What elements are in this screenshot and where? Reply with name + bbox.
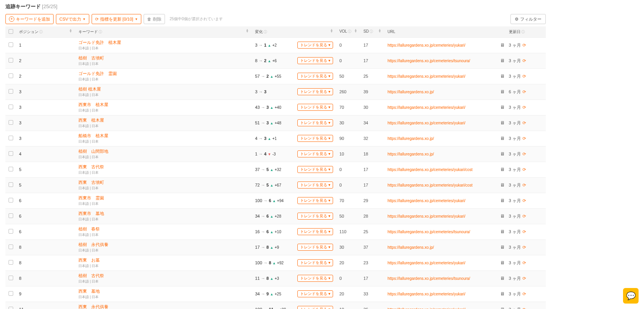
trend-button[interactable]: トレンドを見る ▾ bbox=[297, 197, 333, 204]
trend-button[interactable]: トレンドを見る ▾ bbox=[297, 275, 333, 282]
url-link[interactable]: https://lalluregardens.xo.jp/cemeteries/… bbox=[387, 105, 494, 110]
row-checkbox[interactable] bbox=[9, 213, 13, 218]
row-checkbox[interactable] bbox=[9, 198, 13, 203]
url-link[interactable]: https://lalluregardens.xo.jp/ bbox=[387, 152, 494, 156]
url-link[interactable]: https://lalluregardens.xo.jp/cemeteries/… bbox=[387, 292, 494, 296]
trend-button[interactable]: トレンドを見る ▾ bbox=[297, 306, 333, 309]
trend-button[interactable]: トレンドを見る ▾ bbox=[297, 104, 333, 111]
keyword-link[interactable]: 植樹 古墳町 bbox=[78, 55, 249, 61]
trend-button[interactable]: トレンドを見る ▾ bbox=[297, 42, 333, 49]
url-link[interactable]: https://lalluregardens.xo.jp/cemeteries/… bbox=[387, 168, 494, 172]
th-updated[interactable]: 更新日ⓘ bbox=[506, 26, 546, 37]
keyword-link[interactable]: 船橋市 植木屋 bbox=[78, 133, 249, 139]
keyword-link[interactable]: 西東 古墳町 bbox=[78, 180, 249, 185]
trend-button[interactable]: トレンドを見る ▾ bbox=[297, 166, 333, 173]
url-link[interactable]: https://lalluregardens.xo.jp/cemeteries/… bbox=[387, 230, 494, 234]
url-link[interactable]: https://lalluregardens.xo.jp/ bbox=[387, 245, 494, 250]
trend-button[interactable]: トレンドを見る ▾ bbox=[297, 88, 333, 95]
refresh-row-icon[interactable]: ⟳ bbox=[522, 43, 526, 47]
trend-button[interactable]: トレンドを見る ▾ bbox=[297, 73, 333, 80]
refresh-row-icon[interactable]: ⟳ bbox=[522, 120, 526, 125]
refresh-row-icon[interactable]: ⟳ bbox=[522, 214, 526, 218]
row-checkbox[interactable] bbox=[9, 73, 13, 78]
trend-button[interactable]: トレンドを見る ▾ bbox=[297, 259, 333, 266]
trend-button[interactable]: トレンドを見る ▾ bbox=[297, 135, 333, 142]
refresh-row-icon[interactable]: ⟳ bbox=[522, 183, 526, 187]
refresh-row-icon[interactable]: ⟳ bbox=[522, 229, 526, 234]
select-all-checkbox[interactable] bbox=[9, 29, 13, 34]
url-link[interactable]: https://lalluregardens.xo.jp/cemeteries/… bbox=[387, 121, 494, 125]
row-checkbox[interactable] bbox=[9, 105, 13, 109]
keyword-link[interactable]: ゴールド免許 霊園 bbox=[78, 71, 249, 77]
keyword-link[interactable]: 植樹 植木屋 bbox=[78, 86, 249, 92]
row-checkbox[interactable] bbox=[9, 182, 13, 187]
url-link[interactable]: https://lalluregardens.xo.jp/cemeteries/… bbox=[387, 183, 494, 187]
trend-button[interactable]: トレンドを見る ▾ bbox=[297, 150, 333, 157]
keyword-link[interactable]: 西東 永代供養 bbox=[78, 304, 249, 309]
refresh-row-icon[interactable]: ⟳ bbox=[522, 307, 526, 309]
url-link[interactable]: https://lalluregardens.xo.jp/ bbox=[387, 90, 494, 94]
refresh-row-icon[interactable]: ⟳ bbox=[522, 260, 526, 265]
url-link[interactable]: https://lalluregardens.xo.jp/cemeteries/… bbox=[387, 261, 494, 265]
refresh-row-icon[interactable]: ⟳ bbox=[522, 136, 526, 141]
refresh-row-icon[interactable]: ⟳ bbox=[522, 105, 526, 110]
row-checkbox[interactable] bbox=[9, 260, 13, 265]
url-link[interactable]: https://lalluregardens.xo.jp/cemeteries/… bbox=[387, 59, 494, 63]
keyword-link[interactable]: 西東 お墓 bbox=[78, 257, 249, 263]
refresh-row-icon[interactable]: ⟳ bbox=[522, 292, 526, 296]
th-vol[interactable]: VOLⓘ▲▼ bbox=[336, 26, 360, 37]
url-link[interactable]: https://lalluregardens.xo.jp/cemeteries/… bbox=[387, 276, 494, 281]
refresh-row-icon[interactable]: ⟳ bbox=[522, 89, 526, 94]
row-checkbox[interactable] bbox=[9, 291, 13, 296]
th-position[interactable]: ポジションⓘ▲▼ bbox=[16, 26, 75, 37]
url-link[interactable]: https://lalluregardens.xo.jp/cemeteries/… bbox=[387, 43, 494, 47]
row-checkbox[interactable] bbox=[9, 151, 13, 156]
keyword-link[interactable]: 西東 墓地 bbox=[78, 288, 249, 294]
chat-button[interactable]: 💬 bbox=[623, 288, 639, 304]
th-url[interactable]: URL bbox=[384, 26, 497, 37]
row-checkbox[interactable] bbox=[9, 136, 13, 140]
keyword-link[interactable]: 植樹 春祭 bbox=[78, 226, 249, 232]
keyword-link[interactable]: ゴールド免許 植木屋 bbox=[78, 40, 249, 45]
trend-button[interactable]: トレンドを見る ▾ bbox=[297, 57, 333, 64]
keyword-link[interactable]: 西東 古代祭 bbox=[78, 164, 249, 170]
trend-button[interactable]: トレンドを見る ▾ bbox=[297, 244, 333, 251]
row-checkbox[interactable] bbox=[9, 58, 13, 63]
row-checkbox[interactable] bbox=[9, 229, 13, 234]
refresh-row-icon[interactable]: ⟳ bbox=[522, 152, 526, 156]
url-link[interactable]: https://lalluregardens.xo.jp/cemeteries/… bbox=[387, 74, 494, 79]
trend-button[interactable]: トレンドを見る ▾ bbox=[297, 182, 333, 189]
url-link[interactable]: https://lalluregardens.xo.jp/cemeteries/… bbox=[387, 199, 494, 203]
keyword-link[interactable]: 西東市 墓地 bbox=[78, 211, 249, 216]
th-change[interactable]: 変化ⓘ▲▼ bbox=[252, 26, 336, 37]
add-keyword-button[interactable]: + キーワードを追加 bbox=[5, 14, 54, 24]
csv-export-button[interactable]: CSVで出力 ▼ bbox=[56, 14, 89, 24]
delete-button[interactable]: 🗑 削除 bbox=[144, 14, 165, 24]
trend-button[interactable]: トレンドを見る ▾ bbox=[297, 290, 333, 297]
row-checkbox[interactable] bbox=[9, 120, 13, 125]
row-checkbox[interactable] bbox=[9, 167, 13, 171]
url-link[interactable]: https://lalluregardens.xo.jp/ bbox=[387, 136, 494, 141]
trend-button[interactable]: トレンドを見る ▾ bbox=[297, 119, 333, 126]
refresh-row-icon[interactable]: ⟳ bbox=[522, 276, 526, 281]
keyword-link[interactable]: 西東市 植木屋 bbox=[78, 102, 249, 108]
keyword-link[interactable]: 西東 植木屋 bbox=[78, 117, 249, 123]
row-checkbox[interactable] bbox=[9, 244, 13, 249]
keyword-link[interactable]: 植樹 山間部地 bbox=[78, 148, 249, 154]
refresh-row-icon[interactable]: ⟳ bbox=[522, 74, 526, 79]
refresh-row-icon[interactable]: ⟳ bbox=[522, 245, 526, 250]
filter-button[interactable]: ⚙ フィルター bbox=[510, 14, 546, 24]
refresh-row-icon[interactable]: ⟳ bbox=[522, 198, 526, 203]
url-link[interactable]: https://lalluregardens.xo.jp/cemeteries/… bbox=[387, 214, 494, 218]
trend-button[interactable]: トレンドを見る ▾ bbox=[297, 213, 333, 220]
rerank-button[interactable]: ⟳ 指標を更新 [0/10] ▼ bbox=[92, 14, 142, 24]
refresh-row-icon[interactable]: ⟳ bbox=[522, 58, 526, 63]
keyword-link[interactable]: 西東市 霊園 bbox=[78, 195, 249, 201]
row-checkbox[interactable] bbox=[9, 307, 13, 309]
th-keyword[interactable]: キーワードⓘ▲▼ bbox=[75, 26, 252, 37]
refresh-row-icon[interactable]: ⟳ bbox=[522, 167, 526, 172]
row-checkbox[interactable] bbox=[9, 89, 13, 94]
url-link[interactable]: https://lalluregardens.xo.jp/cemeteries/… bbox=[387, 307, 494, 309]
row-checkbox[interactable] bbox=[9, 276, 13, 280]
th-sd[interactable]: SDⓘ▲▼ bbox=[360, 26, 384, 37]
